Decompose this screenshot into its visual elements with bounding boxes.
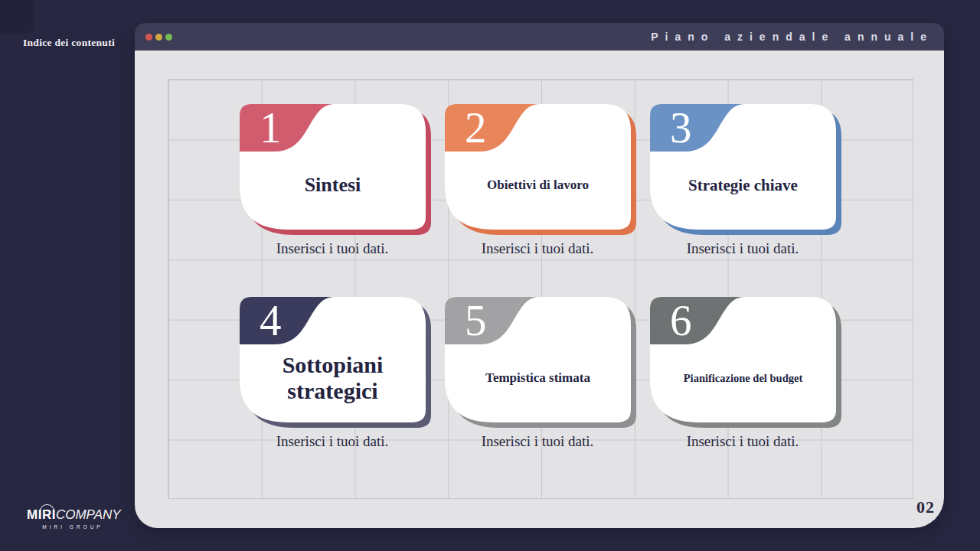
logo-subtitle: MIRI GROUP (27, 524, 119, 530)
toc-card-2[interactable]: 2 Obiettivi di lavoro Inserisci i tuoi d… (445, 104, 631, 230)
toc-card-6[interactable]: 6 Pianificazione del budget Inserisci i … (650, 297, 836, 422)
zoom-button[interactable] (165, 34, 172, 41)
card-title: Pianificazione del budget (661, 341, 825, 415)
card-number: 2 (465, 104, 487, 152)
slide: Indice dei contenuti Piano aziendale ann… (0, 0, 980, 551)
toc-card-4[interactable]: 4 Sottopiani strategici Inserisci i tuoi… (240, 297, 426, 422)
logo-bold-part: MIRI (27, 507, 56, 522)
card-caption-placeholder[interactable]: Inserisci i tuoi dati. (271, 239, 394, 259)
card-caption-placeholder[interactable]: Inserisci i tuoi dati. (681, 432, 804, 452)
card-caption-placeholder[interactable]: Inserisci i tuoi dati. (271, 432, 394, 452)
window-title: Piano aziendale annuale (651, 31, 944, 43)
card-title: Tempistica stimata (456, 341, 620, 415)
card-caption-placeholder[interactable]: Inserisci i tuoi dati. (681, 239, 804, 259)
card-number: 4 (260, 297, 282, 344)
toc-card-3[interactable]: 3 Strategie chiave Inserisci i tuoi dati… (650, 104, 836, 230)
card-title: Sintesi (250, 148, 415, 222)
window-titlebar: Piano aziendale annuale (135, 23, 944, 51)
card-title: Strategie chiave (661, 148, 825, 222)
slide-section-label: Indice dei contenuti (23, 37, 115, 49)
card-number: 5 (465, 297, 487, 344)
card-number: 6 (670, 297, 692, 344)
minimize-button[interactable] (155, 34, 162, 41)
traffic-lights (135, 34, 172, 41)
close-button[interactable] (145, 34, 152, 41)
card-title: Obiettivi di lavoro (456, 148, 620, 222)
toc-card-1[interactable]: 1 Sintesi Inserisci i tuoi dati. (240, 104, 426, 230)
logo-wordmark: MIRICOMPANY (27, 507, 119, 523)
toc-card-5[interactable]: 5 Tempistica stimata Inserisci i tuoi da… (445, 297, 631, 422)
card-caption-placeholder[interactable]: Inserisci i tuoi dati. (476, 239, 599, 259)
logo-light-part: COMPANY (56, 507, 121, 522)
browser-window-mockup: Piano aziendale annuale 1 Sintesi Inseri… (135, 23, 944, 528)
page-number: 02 (916, 497, 935, 517)
card-number: 1 (260, 104, 282, 152)
card-caption-placeholder[interactable]: Inserisci i tuoi dati. (476, 432, 599, 452)
card-number: 3 (670, 104, 692, 152)
company-logo: MIRICOMPANY MIRI GROUP (27, 507, 119, 530)
slide-canvas: 1 Sintesi Inserisci i tuoi dati. 2 Obiet… (135, 51, 944, 528)
corner-decoration (0, 0, 34, 34)
card-title: Sottopiani strategici (250, 341, 415, 415)
